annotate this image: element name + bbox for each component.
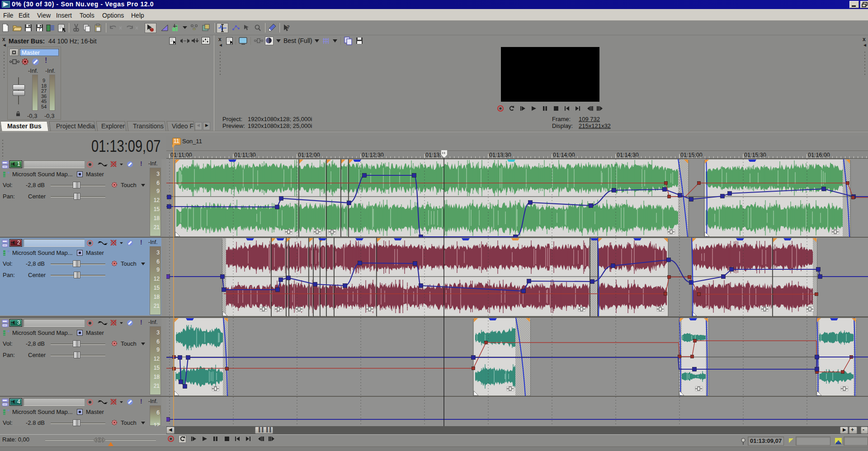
svg-text:?: ? [38, 27, 41, 32]
svg-text:?: ? [287, 24, 290, 30]
